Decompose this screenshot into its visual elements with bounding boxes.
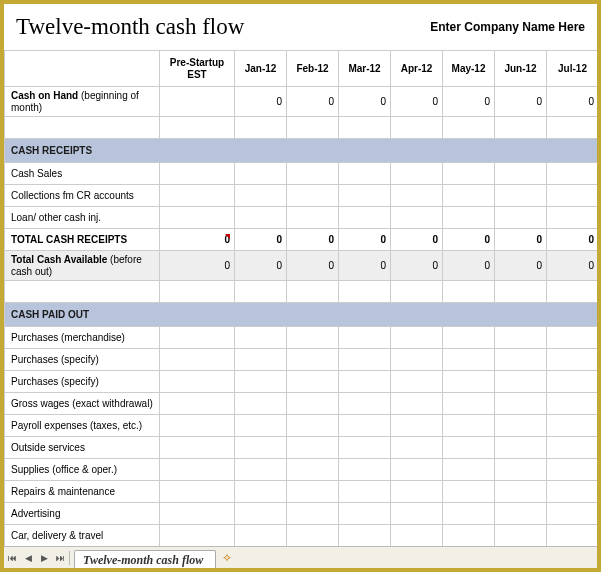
cell[interactable] xyxy=(443,525,495,547)
cell[interactable]: 0 xyxy=(443,87,495,117)
nav-last-icon[interactable]: ⏭ xyxy=(52,549,68,567)
cell[interactable] xyxy=(235,349,287,371)
nav-prev-icon[interactable]: ◀ xyxy=(20,549,36,567)
cell[interactable]: 0 xyxy=(287,251,339,281)
cell[interactable] xyxy=(160,327,235,349)
cell[interactable] xyxy=(235,437,287,459)
cell[interactable] xyxy=(287,459,339,481)
cell[interactable] xyxy=(287,437,339,459)
cell[interactable] xyxy=(160,481,235,503)
cell[interactable] xyxy=(495,371,547,393)
cell[interactable] xyxy=(495,349,547,371)
cell[interactable] xyxy=(235,207,287,229)
cell[interactable] xyxy=(391,207,443,229)
cell[interactable] xyxy=(160,163,235,185)
cell[interactable] xyxy=(495,459,547,481)
cell[interactable]: 0 xyxy=(235,87,287,117)
cell[interactable] xyxy=(443,185,495,207)
cell[interactable] xyxy=(339,481,391,503)
cell[interactable] xyxy=(495,415,547,437)
cell[interactable] xyxy=(160,415,235,437)
cell[interactable] xyxy=(160,371,235,393)
cell[interactable] xyxy=(495,525,547,547)
cell[interactable] xyxy=(287,207,339,229)
cell[interactable] xyxy=(235,569,287,573)
cell[interactable] xyxy=(495,569,547,573)
cell[interactable]: 0 xyxy=(235,229,287,251)
cell[interactable] xyxy=(287,163,339,185)
cell[interactable] xyxy=(547,393,599,415)
cell[interactable] xyxy=(339,207,391,229)
cell[interactable] xyxy=(391,459,443,481)
cell[interactable] xyxy=(391,393,443,415)
cell[interactable] xyxy=(287,481,339,503)
company-name-field[interactable]: Enter Company Name Here xyxy=(430,20,585,34)
cell[interactable] xyxy=(391,415,443,437)
cell[interactable] xyxy=(287,415,339,437)
cell[interactable] xyxy=(235,459,287,481)
cell[interactable] xyxy=(391,525,443,547)
cell[interactable] xyxy=(547,349,599,371)
cell[interactable]: 0 xyxy=(160,229,235,251)
cell[interactable] xyxy=(443,437,495,459)
cell[interactable] xyxy=(160,503,235,525)
cell[interactable] xyxy=(339,393,391,415)
cell[interactable] xyxy=(391,327,443,349)
cell[interactable] xyxy=(391,163,443,185)
cell[interactable] xyxy=(495,163,547,185)
cell[interactable] xyxy=(160,525,235,547)
cell[interactable] xyxy=(391,569,443,573)
cell[interactable] xyxy=(339,415,391,437)
cell[interactable] xyxy=(287,393,339,415)
cell[interactable] xyxy=(443,503,495,525)
cell[interactable] xyxy=(287,503,339,525)
cell[interactable]: 0 xyxy=(443,251,495,281)
cell[interactable] xyxy=(235,327,287,349)
cell[interactable] xyxy=(547,459,599,481)
cell[interactable] xyxy=(547,207,599,229)
cell[interactable] xyxy=(235,415,287,437)
cell[interactable] xyxy=(235,481,287,503)
cell[interactable]: 0 xyxy=(339,87,391,117)
cell[interactable]: 0 xyxy=(495,229,547,251)
new-sheet-icon[interactable]: ✧ xyxy=(219,550,235,566)
cell[interactable]: 0 xyxy=(547,87,599,117)
cell[interactable] xyxy=(443,569,495,573)
cell[interactable] xyxy=(339,163,391,185)
cell[interactable] xyxy=(160,393,235,415)
cell[interactable] xyxy=(339,349,391,371)
cell[interactable] xyxy=(495,327,547,349)
cell[interactable] xyxy=(443,481,495,503)
cell[interactable] xyxy=(443,393,495,415)
cell[interactable] xyxy=(160,459,235,481)
cell[interactable] xyxy=(547,185,599,207)
cell[interactable] xyxy=(339,437,391,459)
cell[interactable] xyxy=(547,371,599,393)
cell[interactable] xyxy=(339,525,391,547)
cell[interactable] xyxy=(443,459,495,481)
cell[interactable] xyxy=(495,207,547,229)
cell[interactable] xyxy=(287,371,339,393)
cell[interactable] xyxy=(443,207,495,229)
cell[interactable] xyxy=(495,393,547,415)
cell[interactable]: 0 xyxy=(495,251,547,281)
nav-next-icon[interactable]: ▶ xyxy=(36,549,52,567)
cell[interactable] xyxy=(391,437,443,459)
cell[interactable] xyxy=(495,481,547,503)
cell[interactable] xyxy=(495,437,547,459)
cell[interactable] xyxy=(547,327,599,349)
cell[interactable] xyxy=(339,327,391,349)
cell[interactable] xyxy=(160,87,235,117)
cell[interactable]: 0 xyxy=(160,251,235,281)
cell[interactable]: 0 xyxy=(235,251,287,281)
cell[interactable] xyxy=(391,481,443,503)
cell[interactable] xyxy=(547,481,599,503)
cell[interactable]: 0 xyxy=(287,87,339,117)
cell[interactable] xyxy=(547,415,599,437)
cell[interactable] xyxy=(235,393,287,415)
cell[interactable] xyxy=(495,185,547,207)
cell[interactable] xyxy=(287,525,339,547)
cell[interactable] xyxy=(547,163,599,185)
cell[interactable] xyxy=(391,185,443,207)
cell[interactable]: 0 xyxy=(547,229,599,251)
